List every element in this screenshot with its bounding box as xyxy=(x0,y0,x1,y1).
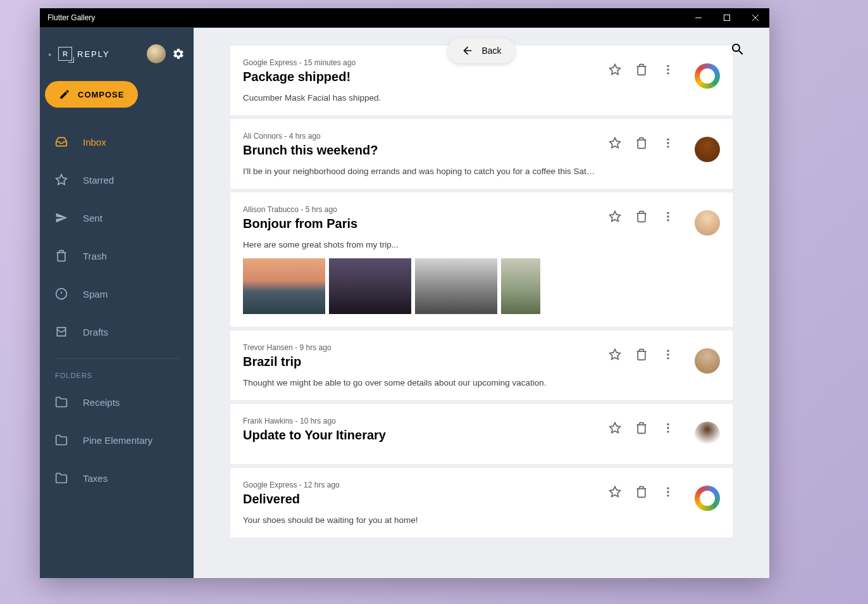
svg-marker-4 xyxy=(56,175,67,185)
sender-avatar[interactable] xyxy=(695,348,720,374)
svg-point-32 xyxy=(667,494,669,496)
star-icon[interactable] xyxy=(609,422,621,434)
back-label: Back xyxy=(481,46,501,56)
reply-logo[interactable]: R REPLY xyxy=(58,47,140,61)
compose-button[interactable]: COMPOSE xyxy=(45,81,138,108)
email-actions xyxy=(609,417,720,451)
delete-icon[interactable] xyxy=(635,348,648,361)
email-list: Google Express - 15 minutes ago Package … xyxy=(194,28,769,551)
star-icon[interactable] xyxy=(609,348,621,361)
email-actions xyxy=(609,132,720,176)
titlebar: Flutter Gallery xyxy=(40,8,769,27)
close-button[interactable] xyxy=(741,8,769,27)
reply-logo-icon: R xyxy=(58,47,72,61)
email-card[interactable]: Ali Connors - 4 hrs ago Brunch this week… xyxy=(230,119,733,189)
sender-avatar[interactable] xyxy=(695,63,720,89)
email-meta: Google Express - 15 minutes ago xyxy=(243,58,598,67)
star-icon xyxy=(55,173,68,186)
app-body: ▸ R REPLY COMPOSE InboxStarredSentTrashS… xyxy=(40,27,769,578)
sidebar-item-label: Drafts xyxy=(83,327,108,337)
folder-label: Taxes xyxy=(83,473,108,484)
email-preview: Cucumber Mask Facial has shipped. xyxy=(243,93,598,103)
attachment-thumb[interactable] xyxy=(329,258,411,314)
star-icon[interactable] xyxy=(609,486,621,498)
email-card[interactable]: Allison Trabucco - 5 hrs ago Bonjour fro… xyxy=(230,192,733,327)
svg-point-27 xyxy=(667,427,669,429)
more-icon[interactable] xyxy=(662,348,674,361)
more-icon[interactable] xyxy=(662,486,674,498)
sidebar-item-label: Trash xyxy=(83,251,107,261)
folder-icon xyxy=(55,434,68,446)
email-actions xyxy=(609,343,720,387)
trash-icon xyxy=(55,249,68,262)
email-card[interactable]: Frank Hawkins - 10 hrs ago Update to You… xyxy=(230,404,733,464)
delete-icon[interactable] xyxy=(635,486,648,498)
more-icon[interactable] xyxy=(662,63,674,76)
email-actions xyxy=(609,481,720,525)
maximize-button[interactable] xyxy=(712,8,741,27)
attachment-thumb[interactable] xyxy=(501,258,540,314)
titlebar-title: Flutter Gallery xyxy=(47,13,684,22)
svg-point-31 xyxy=(667,491,669,493)
spam-icon xyxy=(55,287,68,300)
svg-marker-29 xyxy=(610,487,621,497)
more-icon[interactable] xyxy=(662,137,674,149)
inbox-icon xyxy=(55,135,68,148)
email-meta: Allison Trabucco - 5 hrs ago xyxy=(243,205,598,214)
delete-icon[interactable] xyxy=(635,137,648,149)
email-card[interactable]: Trevor Hansen - 9 hrs ago Brazil trip Th… xyxy=(230,330,733,400)
sidebar-item-starred[interactable]: Starred xyxy=(40,161,194,199)
attachment-thumb[interactable] xyxy=(243,258,325,314)
sidebar-header: ▸ R REPLY xyxy=(40,38,194,76)
sender-avatar[interactable] xyxy=(695,486,720,511)
sidebar-item-drafts[interactable]: Drafts xyxy=(40,313,194,351)
sidebar-item-spam[interactable]: Spam xyxy=(40,275,194,313)
folder-label: Pine Elementary xyxy=(83,435,152,446)
more-icon[interactable] xyxy=(662,422,674,434)
sidebar-item-trash[interactable]: Trash xyxy=(40,237,194,275)
email-content: Allison Trabucco - 5 hrs ago Bonjour fro… xyxy=(243,205,598,314)
user-avatar[interactable] xyxy=(147,44,166,63)
more-icon[interactable] xyxy=(662,210,674,223)
delete-icon[interactable] xyxy=(635,63,648,76)
folder-icon xyxy=(55,396,68,408)
svg-marker-17 xyxy=(610,211,621,222)
email-subject: Brazil trip xyxy=(243,355,598,369)
star-icon[interactable] xyxy=(609,63,621,76)
svg-point-18 xyxy=(667,212,669,214)
folder-icon xyxy=(55,472,68,484)
sidebar-item-inbox[interactable]: Inbox xyxy=(40,123,194,161)
delete-icon[interactable] xyxy=(635,210,648,223)
search-icon xyxy=(730,42,745,57)
reply-logo-text: REPLY xyxy=(77,49,110,59)
email-meta: Trevor Hansen - 9 hrs ago xyxy=(243,343,598,352)
delete-icon[interactable] xyxy=(635,422,648,434)
svg-point-14 xyxy=(667,139,669,141)
sidebar-item-sent[interactable]: Sent xyxy=(40,199,194,237)
star-icon[interactable] xyxy=(609,137,621,149)
sender-avatar[interactable] xyxy=(695,137,720,162)
svg-point-10 xyxy=(667,65,669,67)
email-actions xyxy=(609,205,720,314)
email-subject: Brunch this weekend? xyxy=(243,143,598,158)
folder-item-taxes[interactable]: Taxes xyxy=(40,459,194,497)
email-card[interactable]: Google Express - 12 hrs ago Delivered Yo… xyxy=(230,468,733,538)
back-button[interactable]: Back xyxy=(447,38,515,63)
sidebar-item-label: Starred xyxy=(83,175,114,186)
svg-point-26 xyxy=(667,424,669,425)
search-button[interactable] xyxy=(730,42,745,57)
minimize-button[interactable] xyxy=(684,8,712,27)
attachment-thumb[interactable] xyxy=(415,258,497,314)
svg-point-11 xyxy=(667,68,669,70)
sidebar-item-label: Sent xyxy=(83,213,102,223)
star-icon[interactable] xyxy=(609,210,621,223)
sender-avatar[interactable] xyxy=(695,210,720,236)
folder-item-pine-elementary[interactable]: Pine Elementary xyxy=(40,421,194,459)
settings-icon[interactable] xyxy=(172,47,185,60)
svg-point-22 xyxy=(667,350,669,352)
email-content: Trevor Hansen - 9 hrs ago Brazil trip Th… xyxy=(243,343,598,387)
sender-avatar[interactable] xyxy=(695,422,720,447)
email-subject: Delivered xyxy=(243,492,598,506)
folder-item-receipts[interactable]: Receipts xyxy=(40,383,194,421)
svg-rect-1 xyxy=(724,15,729,21)
